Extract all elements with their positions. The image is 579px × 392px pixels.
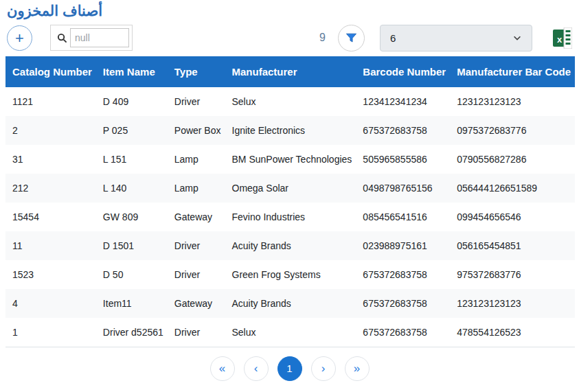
table-cell: 1523 — [5, 260, 96, 289]
table-cell: Green Frog Systems — [225, 260, 356, 289]
table-row[interactable]: 11D 1501DriverAcuity Brands0239889751610… — [5, 231, 575, 260]
table-cell: P 025 — [96, 116, 168, 145]
column-header[interactable]: Barcode Number — [356, 56, 450, 87]
table-row[interactable]: 15454GW 809GatewayFevino Industries08545… — [5, 203, 575, 231]
next-page-button[interactable]: › — [311, 356, 336, 381]
search-box — [50, 25, 133, 51]
table-cell: 675372683758 — [356, 116, 450, 145]
inventory-table-container: Catalog NumberItem NameTypeManufacturerB… — [0, 56, 579, 347]
table-cell: 0498798765156 — [356, 174, 450, 203]
table-row[interactable]: 1121D 409DriverSelux12341234123412312312… — [5, 87, 575, 116]
table-cell: 505965855586 — [356, 145, 450, 174]
table-cell: 2 — [5, 116, 96, 145]
result-count: 9 — [319, 32, 326, 44]
table-cell: Gateway — [168, 203, 225, 231]
table-cell: 123412341234 — [356, 87, 450, 116]
table-cell: Omega Solar — [225, 174, 356, 203]
chevron-down-icon — [512, 33, 522, 43]
search-icon — [54, 33, 70, 43]
table-cell: 0975372683776 — [450, 116, 575, 145]
table-cell: GW 809 — [96, 203, 168, 231]
filter-funnel-icon — [345, 32, 358, 45]
table-cell: Acuity Brands — [225, 231, 356, 260]
column-header[interactable]: Item Name — [96, 56, 168, 87]
table-cell: Acuity Brands — [225, 289, 356, 318]
table-cell: 1 — [5, 318, 96, 347]
table-cell: D 409 — [96, 87, 168, 116]
table-cell: Item11 — [96, 289, 168, 318]
table-cell: 478554126523 — [450, 318, 575, 347]
table-cell: 675372683758 — [356, 318, 450, 347]
table-cell: Driver — [168, 318, 225, 347]
table-cell: Fevino Industries — [225, 203, 356, 231]
table-cell: 023988975161 — [356, 231, 450, 260]
previous-page-button[interactable]: ‹ — [244, 356, 269, 381]
inventory-table: Catalog NumberItem NameTypeManufacturerB… — [5, 56, 575, 347]
table-cell: 085456541516 — [356, 203, 450, 231]
table-row[interactable]: 31L 151LampBM SunPower Technologies50596… — [5, 145, 575, 174]
add-item-button[interactable]: + — [7, 25, 32, 51]
column-header[interactable]: Catalog Number — [5, 56, 96, 87]
table-cell: L 151 — [96, 145, 168, 174]
table-cell: 15454 — [5, 203, 96, 231]
table-cell: Gateway — [168, 289, 225, 318]
table-cell: D 50 — [96, 260, 168, 289]
table-cell: Power Box — [168, 116, 225, 145]
table-row[interactable]: 1Driver d52561DriverSelux675372683758478… — [5, 318, 575, 347]
table-cell: 123123123123 — [450, 87, 575, 116]
search-input[interactable] — [70, 28, 129, 47]
toolbar: + 9 6 — [0, 21, 579, 56]
table-cell: Driver d52561 — [96, 318, 168, 347]
table-cell: 975372683776 — [450, 260, 575, 289]
table-cell: Selux — [225, 87, 356, 116]
table-cell: 099454656546 — [450, 203, 575, 231]
column-header[interactable]: Manufacturer Bar Code — [450, 56, 575, 87]
page-size-value: 6 — [390, 32, 396, 44]
table-row[interactable]: 212L 140LampOmega Solar04987987651560564… — [5, 174, 575, 203]
filter-button[interactable] — [338, 25, 365, 51]
table-cell: BM SunPower Technologies — [225, 145, 356, 174]
table-cell: 056444126651589 — [450, 174, 575, 203]
first-page-button[interactable]: « — [210, 356, 235, 381]
table-cell: 11 — [5, 231, 96, 260]
table-cell: Ignite Electronics — [225, 116, 356, 145]
excel-export-icon: x — [553, 27, 572, 49]
svg-text:x: x — [557, 34, 563, 44]
table-cell: Selux — [225, 318, 356, 347]
table-cell: 675372683758 — [356, 289, 450, 318]
page-title: أصناف المخزون — [0, 0, 579, 21]
page-size-dropdown[interactable]: 6 — [380, 25, 532, 51]
table-cell: Lamp — [168, 145, 225, 174]
last-page-button[interactable]: » — [345, 356, 370, 381]
table-cell: Driver — [168, 260, 225, 289]
table-cell: 056165454851 — [450, 231, 575, 260]
table-cell: Driver — [168, 231, 225, 260]
table-cell: Driver — [168, 87, 225, 116]
table-row[interactable]: 1523D 50DriverGreen Frog Systems67537268… — [5, 260, 575, 289]
table-row[interactable]: 2P 025Power BoxIgnite Electronics6753726… — [5, 116, 575, 145]
table-body: 1121D 409DriverSelux12341234123412312312… — [5, 87, 575, 347]
table-cell: Lamp — [168, 174, 225, 203]
table-cell: D 1501 — [96, 231, 168, 260]
table-cell: 0790556827286 — [450, 145, 575, 174]
table-cell: 212 — [5, 174, 96, 203]
table-cell: 123123123123 — [450, 289, 575, 318]
table-cell: L 140 — [96, 174, 168, 203]
table-header-row: Catalog NumberItem NameTypeManufacturerB… — [5, 56, 575, 87]
table-cell: 675372683758 — [356, 260, 450, 289]
table-cell: 31 — [5, 145, 96, 174]
column-header[interactable]: Type — [168, 56, 225, 87]
pagination: « ‹ 1 › » — [0, 356, 579, 381]
excel-export-button[interactable]: x — [553, 27, 572, 49]
page-number-button[interactable]: 1 — [277, 356, 302, 381]
table-row[interactable]: 4Item11GatewayAcuity Brands6753726837581… — [5, 289, 575, 318]
table-cell: 4 — [5, 289, 96, 318]
column-header[interactable]: Manufacturer — [225, 56, 356, 87]
table-cell: 1121 — [5, 87, 96, 116]
